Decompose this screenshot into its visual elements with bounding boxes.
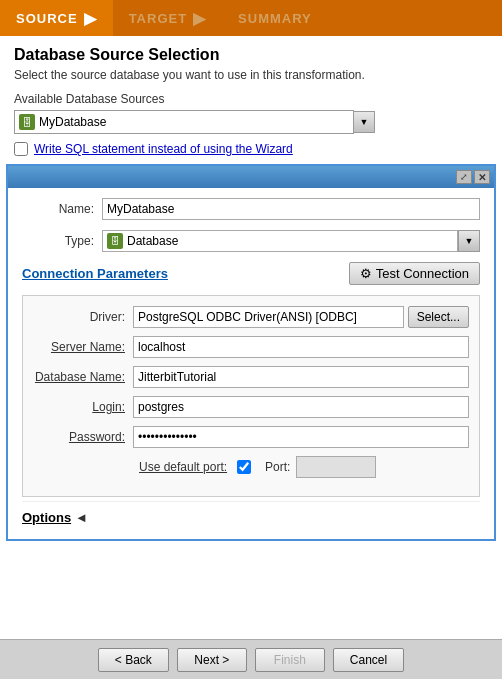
type-select-wrapper: 🗄 Database ▼ [102,230,480,252]
name-row: Name: [22,198,480,220]
page-header: Database Source Selection Select the sou… [0,36,502,156]
port-field-label: Port: [265,460,290,474]
name-input[interactable] [102,198,480,220]
password-input[interactable] [133,426,469,448]
resize-btn[interactable]: ⤢ [456,170,472,184]
type-label: Type: [22,234,102,248]
type-row: Type: 🗄 Database ▼ [22,230,480,252]
password-label: Password: [33,430,133,444]
finish-button[interactable]: Finish [255,648,325,672]
nav-target[interactable]: TARGET ▶ [113,0,222,36]
sql-checkbox-link[interactable]: Write SQL statement instead of using the… [34,142,293,156]
test-connection-btn[interactable]: ⚙ Test Connection [349,262,480,285]
top-navigation: SOURCE ▶ TARGET ▶ SUMMARY [0,0,502,36]
database-name-label: Database Name: [33,370,133,384]
sql-checkbox-label: Write SQL statement instead of using the… [34,142,293,156]
db-source-dropdown-btn[interactable]: ▼ [353,111,375,133]
server-name-row: Server Name: [33,336,469,358]
default-port-checkbox[interactable] [237,460,251,474]
port-row: Use default port: Port: [33,456,469,478]
type-name: Database [127,234,453,248]
port-input[interactable] [296,456,376,478]
options-arrow-icon[interactable]: ◄ [75,510,88,525]
driver-input[interactable] [133,306,404,328]
available-sources-label: Available Database Sources [14,92,488,106]
database-name-row: Database Name: [33,366,469,388]
dropdown-arrow-icon: ▼ [360,117,369,127]
page-subtitle: Select the source database you want to u… [14,68,488,82]
server-name-label: Server Name: [33,340,133,354]
bottom-bar: < Back Next > Finish Cancel [0,639,502,679]
db-source-name: MyDatabase [39,115,349,129]
options-label: Options [22,510,71,525]
inner-panel-body: Name: Type: 🗄 Database ▼ Connecti [8,188,494,539]
next-button[interactable]: Next > [177,648,247,672]
sql-checkbox[interactable] [14,142,28,156]
name-label: Name: [22,202,102,216]
cancel-button[interactable]: Cancel [333,648,404,672]
nav-summary-label: SUMMARY [238,11,312,26]
page-title: Database Source Selection [14,46,488,64]
nav-target-arrow: ▶ [193,9,206,28]
type-dropdown-btn[interactable]: ▼ [458,230,480,252]
inner-panel: ⤢ ✕ Name: Type: 🗄 Database [6,164,496,541]
default-port-label: Use default port: [139,460,227,474]
conn-fields-box: Driver: Select... Server Name: Database … [22,295,480,497]
driver-row: Driver: Select... [33,306,469,328]
nav-target-label: TARGET [129,11,187,26]
back-button[interactable]: < Back [98,648,169,672]
server-name-input[interactable] [133,336,469,358]
type-icon: 🗄 [107,233,123,249]
login-input[interactable] [133,396,469,418]
close-icon: ✕ [478,172,486,183]
password-row: Password: [33,426,469,448]
test-connection-icon: ⚙ [360,266,372,281]
login-label: Login: [33,400,133,414]
nav-source[interactable]: SOURCE ▶ [0,0,113,36]
conn-params-title: Connection Parameters [22,266,168,281]
db-source-row: 🗄 MyDatabase ▼ [14,110,488,134]
driver-label: Driver: [33,310,133,324]
nav-summary[interactable]: SUMMARY [222,0,328,36]
conn-params-header: Connection Parameters ⚙ Test Connection [22,262,480,285]
resize-icon: ⤢ [460,172,468,182]
test-connection-label: Test Connection [376,266,469,281]
type-dropdown-arrow-icon: ▼ [465,236,474,246]
nav-source-label: SOURCE [16,11,78,26]
login-row: Login: [33,396,469,418]
close-btn[interactable]: ✕ [474,170,490,184]
type-select[interactable]: 🗄 Database [102,230,458,252]
main-area: Database Source Selection Select the sou… [0,36,502,639]
nav-source-arrow: ▶ [84,9,97,28]
db-source-icon: 🗄 [19,114,35,130]
inner-panel-titlebar: ⤢ ✕ [8,166,494,188]
options-row: Options ◄ [22,501,480,529]
driver-select-btn[interactable]: Select... [408,306,469,328]
db-source-select[interactable]: 🗄 MyDatabase [14,110,354,134]
sql-checkbox-row: Write SQL statement instead of using the… [14,142,488,156]
database-name-input[interactable] [133,366,469,388]
